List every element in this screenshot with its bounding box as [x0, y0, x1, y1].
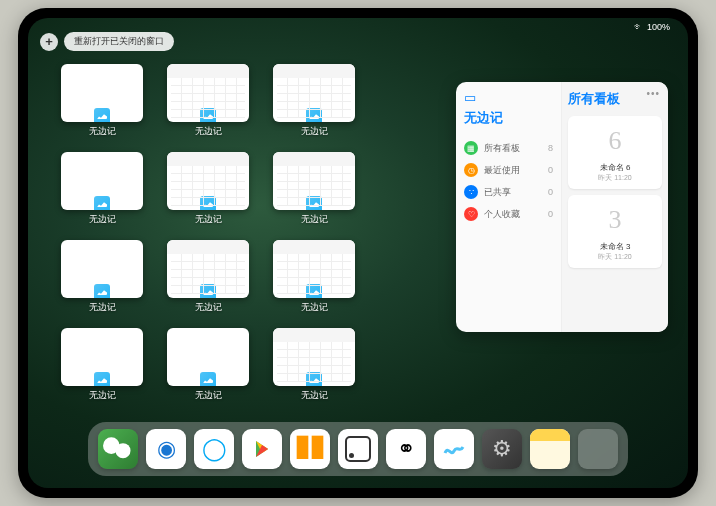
window-thumbnail[interactable]: 无边记: [270, 328, 358, 402]
window-thumbnail[interactable]: 无边记: [270, 64, 358, 138]
dock: ◉ ◯ ⚭ ⚙: [88, 422, 628, 476]
freeform-icon: [94, 196, 110, 210]
panel-content: 所有看板 6 未命名 6 昨天 11:20 3 未命名 3 昨天 11:20: [562, 82, 668, 332]
app-switcher-grid: 无边记 无边记 无边记 无边记 无边记 无边记 无边记 无边记 无边记 无边记 …: [58, 64, 464, 402]
settings-icon[interactable]: ⚙: [482, 429, 522, 469]
svg-point-1: [116, 443, 131, 458]
board-name: 未命名 6: [600, 162, 631, 173]
board-date: 昨天 11:20: [598, 252, 631, 262]
board-name: 未命名 3: [600, 241, 631, 252]
window-thumbnail[interactable]: 无边记: [164, 240, 252, 314]
freeform-icon: [306, 196, 322, 210]
more-icon[interactable]: •••: [646, 88, 660, 99]
reopen-closed-window-button[interactable]: 重新打开已关闭的窗口: [64, 32, 174, 51]
boards-icon: ▭: [464, 90, 553, 105]
board-preview: 6: [593, 122, 637, 160]
board-preview: 3: [593, 201, 637, 239]
window-thumbnail[interactable]: 无边记: [270, 240, 358, 314]
window-thumbnail[interactable]: 无边记: [164, 152, 252, 226]
dice-icon[interactable]: [338, 429, 378, 469]
window-thumbnail[interactable]: 无边记: [58, 240, 146, 314]
window-thumbnail[interactable]: 无边记: [164, 328, 252, 402]
freeform-icon: [200, 108, 216, 122]
books-icon[interactable]: [290, 429, 330, 469]
qqbrowser-icon[interactable]: ◯: [194, 429, 234, 469]
ipad-device: ᯤ 100% + 重新打开已关闭的窗口 无边记 无边记 无边记 无边记 无边记 …: [18, 8, 698, 498]
freeform-icon: [200, 196, 216, 210]
title-bar: + 重新打开已关闭的窗口: [40, 32, 174, 51]
ipad-screen: ᯤ 100% + 重新打开已关闭的窗口 无边记 无边记 无边记 无边记 无边记 …: [28, 18, 688, 488]
freeform-icon: [306, 284, 322, 298]
board-card[interactable]: 3 未命名 3 昨天 11:20: [568, 195, 662, 268]
freeform-icon: [94, 372, 110, 386]
nav-favorites[interactable]: ♡个人收藏0: [464, 203, 553, 225]
window-thumbnail[interactable]: 无边记: [58, 152, 146, 226]
freeform-icon: [306, 108, 322, 122]
wifi-icon: ᯤ: [634, 22, 643, 32]
freeform-sidebar-panel: ••• ▭ 无边记 ▦所有看板8 ◷最近使用0 ∵已共享0 ♡个人收藏0 所有看…: [456, 82, 668, 332]
panel-title: 无边记: [464, 109, 553, 127]
quark-icon[interactable]: ◉: [146, 429, 186, 469]
freeform-icon: [306, 372, 322, 386]
clock-icon: ◷: [464, 163, 478, 177]
window-thumbnail[interactable]: 无边记: [164, 64, 252, 138]
freeform-icon: [200, 284, 216, 298]
nav-recent[interactable]: ◷最近使用0: [464, 159, 553, 181]
panel-nav: ▭ 无边记 ▦所有看板8 ◷最近使用0 ∵已共享0 ♡个人收藏0: [456, 82, 562, 332]
window-thumbnail[interactable]: 无边记: [58, 328, 146, 402]
status-bar: ᯤ 100%: [634, 22, 670, 32]
freeform-dock-icon[interactable]: [434, 429, 474, 469]
heart-icon: ♡: [464, 207, 478, 221]
add-button[interactable]: +: [40, 33, 58, 51]
app-library-icon[interactable]: [578, 429, 618, 469]
people-icon: ∵: [464, 185, 478, 199]
nav-shared[interactable]: ∵已共享0: [464, 181, 553, 203]
window-thumbnail[interactable]: 无边记: [58, 64, 146, 138]
connect-icon[interactable]: ⚭: [386, 429, 426, 469]
window-thumbnail[interactable]: 无边记: [270, 152, 358, 226]
notes-icon[interactable]: [530, 429, 570, 469]
board-date: 昨天 11:20: [598, 173, 631, 183]
wechat-icon[interactable]: [98, 429, 138, 469]
freeform-icon: [94, 108, 110, 122]
freeform-icon: [94, 284, 110, 298]
freeform-icon: [200, 372, 216, 386]
grid-icon: ▦: [464, 141, 478, 155]
play-icon[interactable]: [242, 429, 282, 469]
nav-all-boards[interactable]: ▦所有看板8: [464, 137, 553, 159]
battery-icon: 100%: [647, 22, 670, 32]
board-card[interactable]: 6 未命名 6 昨天 11:20: [568, 116, 662, 189]
